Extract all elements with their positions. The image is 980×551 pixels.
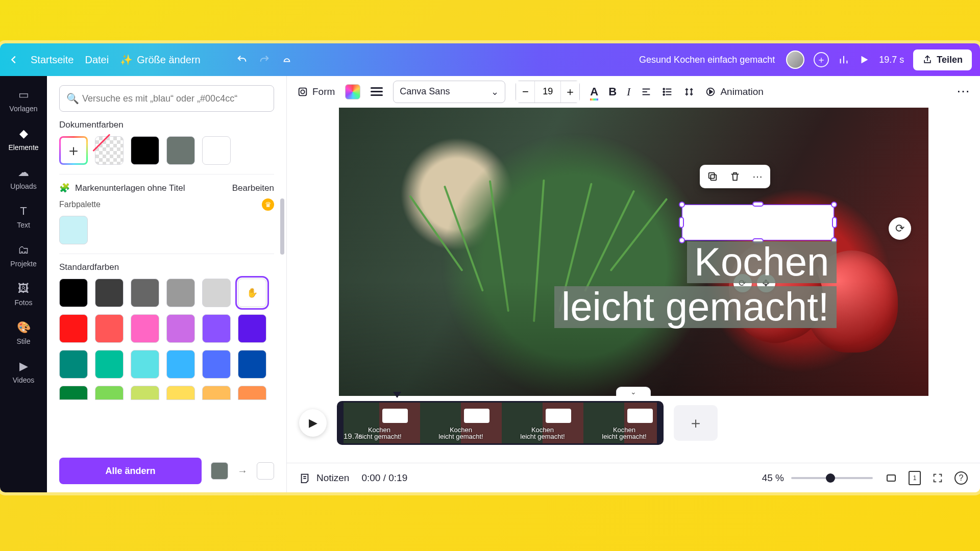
color-swatch[interactable] — [202, 314, 231, 343]
duplicate-button[interactable] — [706, 170, 719, 183]
grid-view-button[interactable] — [885, 472, 897, 484]
doc-color-swatch[interactable] — [131, 136, 159, 165]
color-swatch[interactable] — [166, 314, 195, 343]
present-play-button[interactable] — [859, 54, 870, 65]
color-swatch[interactable] — [202, 350, 231, 379]
avatar[interactable] — [786, 51, 804, 69]
default-colors-row-3 — [59, 350, 274, 379]
document-title[interactable]: Gesund Kochen einfach gemacht — [639, 55, 775, 65]
spacing-button[interactable] — [683, 86, 695, 97]
color-swatch[interactable] — [166, 350, 195, 379]
fullscreen-button[interactable] — [932, 472, 943, 484]
palette-swatch[interactable] — [59, 216, 88, 244]
selected-shape[interactable] — [682, 205, 834, 240]
color-swatch[interactable] — [95, 279, 124, 307]
color-swatch[interactable] — [59, 279, 88, 307]
canvas-title-text[interactable]: Kochen leicht gemacht! — [554, 241, 837, 328]
color-swatch[interactable] — [238, 314, 266, 343]
redo-button[interactable] — [259, 54, 270, 65]
color-swatch[interactable] — [95, 314, 124, 343]
resize-handle[interactable] — [679, 202, 685, 208]
resize-handle[interactable] — [679, 217, 684, 228]
color-swatch[interactable] — [202, 386, 231, 400]
share-button[interactable]: Teilen — [913, 49, 972, 70]
form-button[interactable]: Form — [297, 86, 335, 97]
home-button[interactable]: Startseite — [31, 54, 74, 66]
color-swatch[interactable] — [131, 314, 159, 343]
page-indicator[interactable]: 1 — [909, 471, 921, 485]
font-size-increase[interactable]: ＋ — [561, 81, 579, 103]
rail-elements[interactable]: ◆Elemente — [0, 122, 47, 157]
rail-text[interactable]: TText — [0, 199, 47, 234]
analytics-button[interactable] — [838, 54, 849, 65]
doc-color-swatch[interactable] — [202, 136, 231, 165]
color-swatch[interactable] — [131, 350, 159, 379]
playhead[interactable] — [393, 392, 401, 398]
align-button[interactable] — [641, 86, 652, 97]
rail-templates[interactable]: ▭Vorlagen — [0, 83, 47, 118]
brand-kit-label[interactable]: 🧩 Markenunterlagen ohne Titel — [59, 183, 185, 193]
doc-color-swatch[interactable] — [166, 136, 195, 165]
bold-button[interactable]: B — [608, 85, 617, 98]
timeline-clip[interactable]: 19.7s Kochenleicht gemacht! Kochenleicht… — [337, 401, 664, 445]
font-size-stepper[interactable]: − ＋ — [516, 81, 580, 103]
panel-scrollbar[interactable] — [280, 86, 284, 441]
color-swatch[interactable] — [131, 279, 159, 307]
color-swatch[interactable] — [59, 314, 88, 343]
font-family-select[interactable]: Canva Sans ⌄ — [393, 81, 505, 103]
timeline-play-button[interactable]: ▶ — [299, 409, 327, 437]
element-more-button[interactable]: ⋯ — [751, 170, 764, 183]
color-swatch[interactable] — [59, 350, 88, 379]
color-swatch-selected[interactable]: ✋ — [238, 279, 266, 307]
help-button[interactable]: ? — [954, 471, 968, 485]
back-icon[interactable] — [8, 54, 19, 65]
italic-button[interactable]: I — [627, 85, 630, 98]
canvas[interactable]: ⋯ ⟳ ✥ — [339, 108, 928, 396]
more-tools-button[interactable]: ⋯ — [957, 84, 970, 99]
font-size-input[interactable] — [534, 81, 561, 103]
transparent-swatch[interactable] — [95, 136, 124, 165]
brand-kit-edit[interactable]: Bearbeiten — [232, 183, 274, 193]
resize-handle[interactable] — [752, 202, 764, 207]
color-swatch[interactable] — [59, 386, 88, 400]
rail-projects[interactable]: 🗂Projekte — [0, 238, 47, 273]
resize-button[interactable]: ✨ Größe ändern — [120, 54, 201, 66]
color-swatch[interactable] — [166, 386, 195, 400]
zoom-slider-thumb[interactable] — [826, 473, 835, 483]
color-search-input[interactable] — [59, 85, 274, 112]
list-button[interactable] — [662, 86, 673, 97]
color-swatch[interactable] — [131, 386, 159, 400]
font-size-decrease[interactable]: − — [516, 81, 534, 103]
rail-uploads[interactable]: ☁Uploads — [0, 161, 47, 195]
resize-handle[interactable] — [831, 202, 837, 208]
add-color-swatch[interactable]: ＋ — [59, 136, 88, 165]
add-collaborator-button[interactable]: ＋ — [814, 52, 829, 67]
rail-photos[interactable]: 🖼Fotos — [0, 277, 47, 312]
rail-styles[interactable]: 🎨Stile — [0, 316, 47, 350]
collapse-timeline-tab[interactable]: ⌄ — [616, 387, 651, 396]
text-color-button[interactable]: A — [590, 85, 598, 98]
sync-icon[interactable] — [281, 54, 292, 65]
color-swatch[interactable] — [238, 386, 266, 400]
color-swatch[interactable] — [202, 279, 231, 307]
color-swatch[interactable] — [166, 279, 195, 307]
file-menu[interactable]: Datei — [85, 54, 109, 66]
delete-button[interactable] — [728, 170, 742, 183]
animation-button[interactable]: Animation — [705, 86, 764, 97]
change-all-button[interactable]: Alle ändern — [59, 458, 202, 484]
notes-button[interactable]: Notizen — [299, 472, 349, 484]
color-swatch[interactable] — [95, 386, 124, 400]
fill-color-button[interactable] — [345, 84, 360, 99]
add-scene-button[interactable]: ＋ — [674, 405, 718, 441]
elements-icon: ◆ — [2, 127, 45, 140]
undo-button[interactable] — [236, 54, 248, 65]
color-swatch[interactable] — [95, 350, 124, 379]
zoom-slider[interactable] — [791, 477, 873, 479]
color-swatch[interactable] — [238, 350, 266, 379]
regenerate-button[interactable]: ⟳ — [889, 217, 911, 240]
title-line-1: Kochen — [687, 241, 837, 283]
resize-handle[interactable] — [832, 217, 837, 228]
projects-icon: 🗂 — [2, 243, 45, 257]
border-style-button[interactable] — [371, 87, 383, 96]
rail-videos[interactable]: ▶Videos — [0, 355, 47, 389]
